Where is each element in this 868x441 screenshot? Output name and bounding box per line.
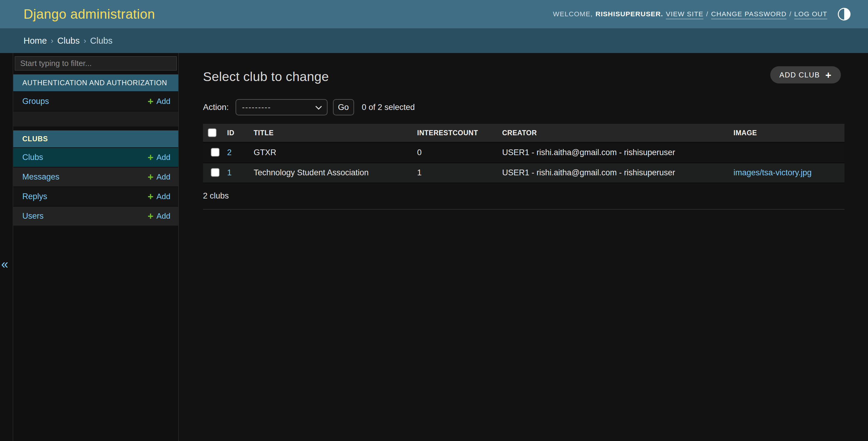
breadcrumb-clubs-app-link[interactable]: Clubs (57, 36, 80, 46)
column-header-creator[interactable]: CREATOR (500, 124, 731, 142)
row-title: Technology Student Association (251, 163, 415, 183)
row-interestcount: 0 (415, 142, 500, 163)
sidebar-item-users[interactable]: Users + Add (13, 206, 178, 226)
page-title: Select club to change (203, 65, 329, 84)
admin-header: Django administration WELCOME, RISHISUPE… (0, 0, 868, 28)
add-label: Add (157, 153, 170, 162)
result-table: ID TITLE INTERESTCOUNT CREATOR IMAGE 2 G… (203, 124, 844, 183)
row-id-link[interactable]: 2 (227, 148, 231, 157)
add-label: Add (157, 211, 170, 221)
table-row: 2 GTXR 0 USER1 - rishi.aitha@gmail.com -… (203, 142, 844, 163)
sidebar-item-clubs[interactable]: Clubs + Add (13, 147, 178, 167)
table-row: 1 Technology Student Association 1 USER1… (203, 163, 844, 183)
table-header-row: ID TITLE INTERESTCOUNT CREATOR IMAGE (203, 124, 844, 142)
users-link[interactable]: Users (22, 211, 44, 221)
theme-toggle-icon[interactable] (838, 8, 850, 21)
site-title[interactable]: Django administration (24, 7, 155, 22)
row-checkbox[interactable] (211, 168, 220, 177)
add-label: Add (157, 97, 170, 106)
actions-bar: Action: --------- Go 0 of 2 selected (203, 99, 844, 115)
breadcrumb: Home › Clubs › Clubs (0, 28, 868, 53)
row-image-link[interactable]: images/tsa-victory.jpg (734, 168, 812, 177)
breadcrumb-separator: › (84, 36, 86, 45)
column-header-id[interactable]: ID (225, 124, 251, 142)
user-tools-separator: / (789, 10, 792, 18)
plus-icon: + (826, 70, 832, 80)
app-module-clubs: CLUBS Clubs + Add Messages + Add Replys … (13, 130, 178, 226)
add-label: Add (157, 172, 170, 182)
collapse-sidebar-button[interactable]: « (1, 258, 8, 271)
username: RISHISUPERUSER. (595, 10, 663, 18)
breadcrumb-separator: › (51, 36, 53, 45)
sidebar-toggle-strip: « (0, 53, 13, 441)
view-site-link[interactable]: VIEW SITE (666, 10, 704, 18)
breadcrumb-current: Clubs (90, 36, 113, 46)
row-checkbox[interactable] (211, 148, 220, 157)
paginator: 2 clubs (203, 191, 844, 210)
sidebar-item-messages[interactable]: Messages + Add (13, 167, 178, 186)
add-label: Add (157, 192, 170, 201)
go-button[interactable]: Go (333, 99, 354, 115)
replys-link[interactable]: Replys (22, 192, 48, 201)
plus-icon: + (148, 211, 153, 221)
nav-sidebar: AUTHENTICATION AND AUTHORIZATION Groups … (13, 53, 179, 441)
add-user-link[interactable]: + Add (148, 211, 170, 221)
sidebar-filter-input[interactable] (15, 56, 177, 70)
sidebar-item-groups[interactable]: Groups + Add (13, 91, 178, 111)
action-selected-option: --------- (242, 103, 271, 112)
messages-link[interactable]: Messages (22, 172, 59, 182)
plus-icon: + (148, 152, 153, 162)
column-header-interestcount[interactable]: INTERESTCOUNT (415, 124, 500, 142)
app-caption-clubs[interactable]: CLUBS (13, 130, 178, 147)
add-club-button[interactable]: ADD CLUB + (770, 66, 841, 83)
column-header-title[interactable]: TITLE (251, 124, 415, 142)
plus-icon: + (148, 96, 153, 106)
clubs-link[interactable]: Clubs (22, 153, 43, 162)
row-image (731, 142, 844, 163)
change-password-link[interactable]: CHANGE PASSWORD (711, 10, 786, 18)
user-tools-separator: / (706, 10, 708, 18)
plus-icon: + (148, 192, 153, 202)
chevron-down-icon (315, 103, 322, 109)
row-title: GTXR (251, 142, 415, 163)
row-interestcount: 1 (415, 163, 500, 183)
row-creator: USER1 - rishi.aitha@gmail.com - rishisup… (500, 142, 731, 163)
log-out-link[interactable]: LOG OUT (794, 10, 827, 18)
add-club-button-label: ADD CLUB (779, 71, 820, 79)
add-group-link[interactable]: + Add (148, 96, 170, 106)
breadcrumb-home-link[interactable]: Home (24, 36, 47, 46)
row-creator: USER1 - rishi.aitha@gmail.com - rishisup… (500, 163, 731, 183)
action-select[interactable]: --------- (236, 99, 328, 115)
action-label: Action: (203, 102, 229, 112)
column-header-image[interactable]: IMAGE (731, 124, 844, 142)
main-content: Select club to change ADD CLUB + Action:… (179, 53, 868, 441)
plus-icon: + (148, 172, 153, 182)
action-counter: 0 of 2 selected (362, 103, 415, 112)
add-club-link[interactable]: + Add (148, 152, 170, 162)
app-module-auth: AUTHENTICATION AND AUTHORIZATION Groups … (13, 74, 178, 127)
groups-link[interactable]: Groups (22, 97, 49, 106)
add-reply-link[interactable]: + Add (148, 192, 170, 202)
app-caption-auth[interactable]: AUTHENTICATION AND AUTHORIZATION (13, 74, 178, 91)
add-message-link[interactable]: + Add (148, 172, 170, 182)
select-all-checkbox[interactable] (208, 128, 217, 137)
sidebar-empty-stripe (13, 111, 178, 127)
welcome-text: WELCOME, (553, 10, 593, 18)
sidebar-item-replys[interactable]: Replys + Add (13, 186, 178, 206)
user-tools: WELCOME, RISHISUPERUSER. VIEW SITE / CHA… (553, 8, 850, 21)
row-id-link[interactable]: 1 (227, 168, 231, 177)
